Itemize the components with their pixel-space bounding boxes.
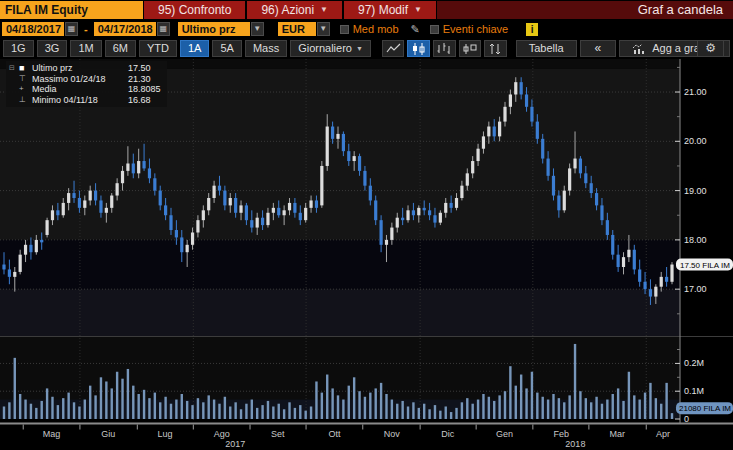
volume-bar bbox=[256, 408, 258, 419]
candle-body bbox=[126, 163, 129, 170]
candle-body bbox=[29, 245, 32, 252]
legend-value: 21.30 bbox=[128, 74, 151, 85]
volume-bar bbox=[401, 401, 403, 419]
range-button-ytd[interactable]: YTD bbox=[139, 40, 177, 57]
candle-body bbox=[2, 265, 5, 270]
candle-body bbox=[471, 161, 474, 173]
legend-low-icon: ⊥ bbox=[19, 95, 32, 106]
volume-bar bbox=[574, 344, 576, 419]
month-label: Giu bbox=[101, 429, 115, 439]
date-from-field[interactable]: 04/18/2017 bbox=[2, 22, 64, 36]
candle-body bbox=[45, 220, 48, 235]
volume-bar bbox=[471, 404, 473, 419]
ohlc-bars-button[interactable] bbox=[433, 40, 456, 57]
volume-bar bbox=[245, 404, 247, 419]
line-chart-button[interactable] bbox=[382, 40, 405, 57]
volume-bar bbox=[585, 398, 587, 419]
volume-bar bbox=[375, 388, 377, 419]
candle-body bbox=[175, 230, 178, 237]
chart-toolbar: 1G3G1M6MYTD1A5AMass Giornaliero ▼ bbox=[0, 38, 733, 59]
range-button-1m[interactable]: 1M bbox=[70, 40, 101, 57]
candle-body bbox=[665, 277, 668, 282]
month-label: Gen bbox=[496, 429, 513, 439]
volume-bar bbox=[428, 409, 430, 419]
volume-bar bbox=[127, 369, 129, 419]
menu-button-96-azioni[interactable]: 96) Azioni▼ bbox=[247, 1, 342, 19]
month-label: Ago bbox=[214, 429, 230, 439]
candle-body bbox=[315, 200, 318, 207]
legend-collapse-icon[interactable]: ⊟ bbox=[9, 63, 19, 74]
volume-bar bbox=[267, 401, 269, 419]
volume-bar bbox=[170, 404, 172, 419]
date-to-field[interactable]: 04/17/2018 bbox=[94, 22, 156, 36]
pencil-icon[interactable]: ✎ bbox=[411, 23, 420, 36]
range-button-5a[interactable]: 5A bbox=[212, 40, 241, 57]
candle-body bbox=[62, 203, 65, 215]
price-field-select[interactable]: Ultimo prz bbox=[178, 22, 250, 36]
up-down-arrows-icon bbox=[488, 43, 502, 55]
volume-bar bbox=[186, 401, 188, 419]
eventi-chiave-label: Eventi chiave bbox=[443, 23, 508, 35]
volume-bar bbox=[105, 381, 107, 419]
candle-body bbox=[164, 205, 167, 215]
menu-button-95-confronto[interactable]: 95) Confronto bbox=[144, 1, 245, 19]
chart-area[interactable]: 21.0020.0019.0018.0017.0017.50 FILA IM0.… bbox=[0, 59, 733, 450]
calendar-icon[interactable]: ▦ bbox=[65, 22, 78, 36]
candle-body bbox=[611, 235, 614, 255]
volume-bar bbox=[396, 404, 398, 419]
candle-body bbox=[385, 240, 388, 245]
volume-tag: 21080 FILA IM bbox=[676, 402, 733, 414]
eventi-chiave-checkbox[interactable] bbox=[430, 25, 439, 34]
candle-body bbox=[137, 161, 140, 173]
candle-body bbox=[412, 210, 415, 215]
menu-button-97-modif[interactable]: 97) Modif▼ bbox=[344, 1, 436, 19]
chevron-down-icon[interactable]: ▼ bbox=[317, 22, 330, 36]
range-button-1g[interactable]: 1G bbox=[3, 40, 34, 57]
svg-text:0.2M: 0.2M bbox=[684, 358, 704, 368]
candlestick-chart-button[interactable] bbox=[407, 40, 430, 57]
range-button-mass[interactable]: Mass bbox=[245, 40, 287, 57]
candle-body bbox=[595, 193, 598, 205]
volume-bar bbox=[121, 379, 123, 419]
table-button[interactable]: Tabella bbox=[516, 40, 577, 57]
volume-bar bbox=[671, 413, 673, 419]
compare-arrows-button[interactable] bbox=[484, 40, 507, 57]
period-select[interactable]: Giornaliero ▼ bbox=[290, 40, 371, 57]
volume-bar bbox=[278, 404, 280, 419]
range-button-6m[interactable]: 6M bbox=[105, 40, 136, 57]
candle-body bbox=[643, 282, 646, 289]
candle-body bbox=[514, 82, 517, 94]
candle-body bbox=[546, 159, 549, 176]
price-legend[interactable]: ⊟■Ultimo prz17.50⊤Massimo 01/24/1821.30+… bbox=[6, 61, 167, 107]
med-mob-checkbox[interactable] bbox=[340, 25, 349, 34]
candle-body bbox=[627, 250, 630, 257]
volume-bar bbox=[137, 394, 139, 419]
security-ticker-field[interactable]: FILA IM Equity bbox=[0, 1, 143, 19]
range-button-3g[interactable]: 3G bbox=[37, 40, 68, 57]
volume-bar bbox=[30, 404, 32, 419]
volume-bar bbox=[24, 400, 26, 419]
candle-body bbox=[498, 122, 501, 137]
candle-body bbox=[99, 200, 102, 212]
chevron-down-icon[interactable]: ▼ bbox=[251, 22, 264, 36]
legend-label: Massimo 01/24/18 bbox=[32, 74, 128, 85]
date-range-separator: - bbox=[84, 23, 88, 35]
candle-body bbox=[617, 255, 620, 267]
volume-bar bbox=[310, 406, 312, 419]
candle-body bbox=[487, 127, 490, 137]
candle-body bbox=[584, 173, 587, 183]
candle-events-button[interactable] bbox=[459, 40, 482, 57]
settings-button[interactable]: ⚙ bbox=[697, 40, 724, 57]
collapse-button[interactable]: « bbox=[580, 40, 617, 57]
info-badge-icon[interactable]: i bbox=[526, 23, 538, 36]
volume-bar bbox=[234, 402, 236, 419]
volume-bar bbox=[649, 383, 651, 419]
chart-canvas[interactable]: 21.0020.0019.0018.0017.0017.50 FILA IM0.… bbox=[0, 59, 733, 450]
candle-body bbox=[633, 250, 636, 270]
candle-body bbox=[660, 277, 663, 287]
calendar-icon[interactable]: ▦ bbox=[157, 22, 170, 36]
range-button-1a[interactable]: 1A bbox=[180, 40, 209, 57]
legend-value: 18.8085 bbox=[128, 84, 161, 95]
candle-body bbox=[72, 193, 75, 198]
currency-select[interactable]: EUR bbox=[278, 22, 316, 36]
